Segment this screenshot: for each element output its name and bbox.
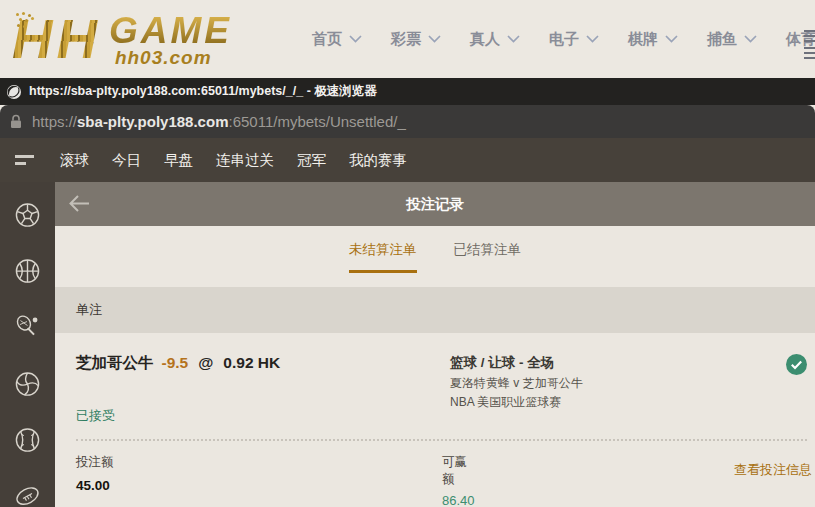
browser-address-bar[interactable]: https://sba-plty.poly188.com:65011/mybet… bbox=[0, 105, 815, 138]
logo-game-text: GAME bbox=[109, 12, 232, 49]
chevron-down-icon bbox=[586, 35, 599, 43]
tab-unsettled[interactable]: 未结算注单 bbox=[349, 241, 417, 273]
url-text: https://sba-plty.poly188.com:65011/mybet… bbox=[32, 113, 406, 130]
logo-hh-mark: HH bbox=[12, 11, 101, 67]
nav-label: 彩票 bbox=[391, 30, 421, 49]
nav-item-cards[interactable]: 棋牌 bbox=[628, 30, 678, 49]
league-name: NBA 美国职业篮球赛 bbox=[450, 394, 807, 411]
selection-handicap: -9.5 bbox=[162, 354, 189, 371]
bet-amounts-row: 投注额 45.00 可赢额 86.40 查看投注信息 bbox=[55, 441, 815, 507]
logo-domain-text: hh03.com bbox=[109, 48, 232, 67]
chevron-down-icon bbox=[665, 35, 678, 43]
back-arrow-icon[interactable] bbox=[68, 194, 90, 213]
window-title: https://sba-plty.poly188.com:65011/mybet… bbox=[29, 83, 377, 100]
basketball-icon[interactable] bbox=[14, 258, 41, 284]
logo-dots-decoration bbox=[16, 13, 19, 16]
logo-text-block: GAME hh03.com bbox=[109, 12, 232, 67]
url-suffix: :65011/mybets/Unsettled/_ bbox=[228, 113, 405, 130]
stake-label: 投注额 bbox=[76, 454, 442, 471]
nav-label: 捕鱼 bbox=[707, 30, 737, 49]
american-football-icon[interactable] bbox=[14, 483, 41, 507]
lock-icon bbox=[10, 114, 22, 129]
nav-item-slots[interactable]: 电子 bbox=[549, 30, 599, 49]
win-value: 86.40 bbox=[442, 493, 734, 507]
page-title-bar: 投注记录 bbox=[55, 182, 815, 226]
bet-card[interactable]: 芝加哥公牛-9.5@0.92 HK 已接受 篮球 / 让球 - 全场 夏洛特黄蜂… bbox=[55, 333, 815, 425]
app-window: HH GAME hh03.com 首页 彩票 真人 电子 棋牌 捕鱼 体育 ht… bbox=[0, 0, 815, 507]
tab-settled[interactable]: 已结算注单 bbox=[454, 241, 522, 270]
nav-item-lottery[interactable]: 彩票 bbox=[391, 30, 441, 49]
market-name: 篮球 / 让球 - 全场 bbox=[450, 354, 807, 372]
nav-label: 首页 bbox=[312, 30, 342, 49]
clipped-nav-item bbox=[804, 30, 815, 68]
nav-item-live[interactable]: 真人 bbox=[470, 30, 520, 49]
subnav-item-parlay[interactable]: 连串过关 bbox=[216, 151, 274, 170]
win-label: 可赢额 bbox=[442, 454, 476, 488]
section-header-label: 单注 bbox=[76, 301, 102, 319]
nav-label: 真人 bbox=[470, 30, 500, 49]
soccer-icon[interactable] bbox=[14, 202, 41, 228]
url-protocol: https:// bbox=[32, 113, 77, 130]
chevron-down-icon bbox=[349, 35, 362, 43]
bet-status-tabs: 未结算注单 已结算注单 bbox=[55, 226, 815, 287]
at-symbol: @ bbox=[198, 354, 213, 371]
section-header: 单注 bbox=[55, 287, 815, 333]
stake-column: 投注额 45.00 bbox=[76, 454, 442, 507]
view-bet-details-link[interactable]: 查看投注信息 bbox=[734, 454, 812, 507]
subnav-item-outright[interactable]: 冠军 bbox=[297, 151, 326, 170]
clipped-text-fragment bbox=[804, 47, 815, 60]
bet-selection-block: 芝加哥公牛-9.5@0.92 HK 已接受 bbox=[76, 353, 450, 425]
nav-item-home[interactable]: 首页 bbox=[312, 30, 362, 49]
tennis-icon[interactable] bbox=[14, 314, 41, 340]
page-title: 投注记录 bbox=[406, 195, 464, 214]
selection-team: 芝加哥公牛 bbox=[76, 354, 154, 371]
url-domain: sba-plty.poly188.com bbox=[77, 113, 228, 130]
nav-label: 电子 bbox=[549, 30, 579, 49]
sports-sidebar bbox=[0, 182, 55, 507]
match-name: 夏洛特黄蜂 v 芝加哥公牛 bbox=[450, 375, 807, 392]
nav-item-fishing[interactable]: 捕鱼 bbox=[707, 30, 757, 49]
accepted-check-icon bbox=[786, 354, 807, 375]
baseball-icon[interactable] bbox=[14, 427, 41, 453]
chevron-down-icon bbox=[507, 35, 520, 43]
subnav-item-early[interactable]: 早盘 bbox=[164, 151, 193, 170]
site-logo[interactable]: HH GAME hh03.com bbox=[12, 11, 270, 67]
subnav-item-myevents[interactable]: 我的赛事 bbox=[349, 151, 407, 170]
win-column: 可赢额 86.40 bbox=[442, 454, 734, 507]
stake-value: 45.00 bbox=[76, 478, 442, 493]
body-row: 投注记录 未结算注单 已结算注单 单注 芝加哥公牛-9.5@0.92 HK 已接… bbox=[0, 182, 815, 507]
menu-icon[interactable] bbox=[15, 155, 34, 165]
bet-market-block: 篮球 / 让球 - 全场 夏洛特黄蜂 v 芝加哥公牛 NBA 美国职业篮球赛 bbox=[450, 353, 807, 425]
bet-selection-line: 芝加哥公牛-9.5@0.92 HK bbox=[76, 353, 450, 374]
subnav-item-today[interactable]: 今日 bbox=[112, 151, 141, 170]
selection-odds: 0.92 HK bbox=[223, 354, 280, 371]
main-nav: 首页 彩票 真人 电子 棋牌 捕鱼 体育 bbox=[312, 30, 815, 49]
chevron-down-icon bbox=[744, 35, 757, 43]
nav-label: 棋牌 bbox=[628, 30, 658, 49]
browser-title-bar: https://sba-plty.poly188.com:65011/mybet… bbox=[0, 78, 815, 105]
site-header: HH GAME hh03.com 首页 彩票 真人 电子 棋牌 捕鱼 体育 bbox=[0, 0, 815, 78]
chevron-down-icon bbox=[428, 35, 441, 43]
bet-status-badge: 已接受 bbox=[76, 407, 450, 425]
volleyball-icon[interactable] bbox=[14, 371, 41, 397]
main-panel: 投注记录 未结算注单 已结算注单 单注 芝加哥公牛-9.5@0.92 HK 已接… bbox=[55, 182, 815, 507]
clipped-text-fragment bbox=[804, 30, 815, 43]
subnav-item-inplay[interactable]: 滚球 bbox=[60, 151, 89, 170]
browser-favicon bbox=[6, 84, 22, 100]
sports-sub-nav: 滚球 今日 早盘 连串过关 冠军 我的赛事 bbox=[0, 138, 815, 182]
